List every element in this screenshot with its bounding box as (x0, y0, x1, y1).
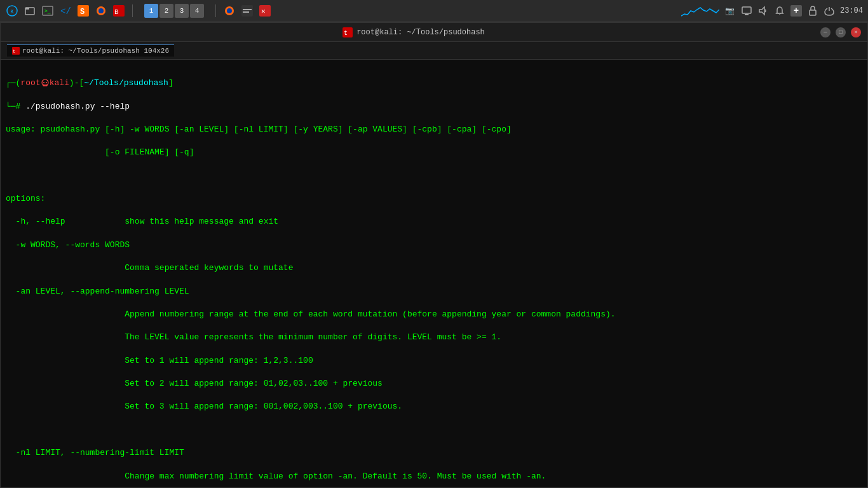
code-icon[interactable]: </> (58, 4, 72, 18)
workspace-2[interactable]: 2 (159, 4, 173, 18)
app2-icon[interactable] (240, 4, 254, 18)
terminal-app-icon: t (342, 27, 353, 37)
workspace-1[interactable]: 1 (144, 4, 158, 18)
svg-point-14 (227, 8, 232, 13)
svg-text:S: S (80, 8, 85, 17)
app3-icon[interactable]: ✕ (258, 4, 272, 18)
prompt-path-text: ~/Tools/psudohash (84, 78, 168, 88)
words-option: -w WORDS, --words WORDS (6, 240, 862, 251)
minimize-button[interactable]: ─ (820, 27, 831, 37)
svg-text:✕: ✕ (261, 8, 266, 15)
s-icon[interactable]: S (76, 4, 90, 18)
prompt-root-text: root (20, 78, 40, 88)
terminal-body[interactable]: ┌─(rootkali)-[~/Tools/psudohash] └─# ./p… (1, 60, 867, 487)
svg-rect-15 (241, 5, 253, 17)
an-desc2: The LEVEL value represents the minimum n… (6, 332, 862, 343)
time-display: 23:04 (840, 5, 863, 17)
workspace-4[interactable]: 4 (190, 4, 204, 18)
svg-rect-21 (745, 14, 749, 15)
separator (132, 4, 133, 17)
tab-1[interactable]: t root@kali: ~/Tools/psudohash 104x26 (7, 44, 174, 57)
svg-point-29 (43, 82, 44, 83)
an-desc4: Set to 2 will append range: 01,02,03..10… (6, 378, 862, 390)
words-desc: Comma seperated keywords to mutate (6, 262, 862, 274)
options-header: options: (6, 193, 862, 205)
display-icon[interactable] (741, 5, 752, 17)
prompt-hash: # (16, 102, 26, 111)
files-icon[interactable] (23, 4, 37, 18)
firefox-icon[interactable] (94, 4, 108, 18)
prompt-line-2: └─# ./psudohash.py --help (6, 101, 862, 112)
window-controls: ─ □ ✕ (820, 27, 861, 37)
svg-marker-22 (759, 7, 764, 15)
terminal-title: root@kali: ~/Tools/psudohash (356, 28, 485, 37)
svg-text:B: B (114, 8, 119, 16)
cpu-graph (681, 4, 719, 17)
svg-text:K: K (10, 9, 14, 15)
prompt-dash: ┌─ (6, 78, 16, 88)
svg-text:t: t (13, 49, 15, 54)
prompt-bracket-close: ] (168, 78, 173, 88)
nl-option: -nl LIMIT, --numbering-limit LIMIT (6, 447, 862, 459)
blank2 (6, 424, 862, 436)
an-desc3: Set to 1 will append range: 1,2,3..100 (6, 355, 862, 367)
skull-icon (41, 79, 50, 88)
an-option: -an LEVEL, --append-numbering LEVEL (6, 286, 862, 297)
svg-point-30 (46, 82, 47, 83)
red-app-icon[interactable]: B (112, 4, 126, 18)
separator2 (215, 4, 216, 17)
usage-line2: [-o FILENAME] [-q] (6, 147, 862, 158)
terminal-icon[interactable]: >_ (41, 4, 55, 18)
svg-rect-16 (243, 9, 252, 10)
terminal-tab-bar: t root@kali: ~/Tools/psudohash 104x26 (1, 42, 867, 60)
terminal-title-bar: t root@kali: ~/Tools/psudohash ─ □ ✕ (1, 23, 867, 42)
nl-desc: Change max numbering limit value of opti… (6, 471, 862, 482)
usage-line: usage: psudohash.py [-h] -w WORDS [-an L… (6, 124, 862, 135)
camera-icon[interactable]: 📷 (724, 5, 736, 17)
notification-icon[interactable] (774, 5, 785, 17)
close-button[interactable]: ✕ (851, 27, 861, 37)
workspace-3[interactable]: 3 (175, 4, 189, 18)
help-option: -h, --help show this help message and ex… (6, 216, 862, 227)
power-icon[interactable] (824, 5, 835, 17)
an-desc1: Append numbering range at the end of eac… (6, 309, 862, 320)
svg-text:</>: </> (60, 6, 71, 17)
terminal-window: t root@kali: ~/Tools/psudohash ─ □ ✕ t r… (0, 22, 868, 488)
svg-rect-17 (243, 11, 249, 13)
maximize-button[interactable]: □ (836, 27, 846, 37)
volume-icon[interactable] (757, 5, 769, 17)
tab-icon: t (12, 47, 20, 55)
tab-info: root@kali: ~/Tools/psudohash 104x26 (22, 47, 169, 55)
svg-text:t: t (344, 30, 348, 37)
lock-icon[interactable] (807, 5, 818, 17)
svg-rect-3 (25, 8, 29, 10)
svg-rect-23 (810, 10, 816, 15)
add-icon[interactable]: + (790, 5, 802, 17)
prompt-close-paren: ) (69, 78, 74, 88)
svg-point-28 (42, 79, 48, 86)
prompt-command: ./psudohash.py --help (25, 102, 130, 111)
prompt-bracket-open: -[ (74, 78, 85, 88)
firefox-2-icon[interactable] (222, 4, 236, 18)
svg-rect-20 (742, 7, 751, 13)
svg-point-10 (98, 8, 104, 13)
taskbar-icons-left: K >_ </> S (5, 4, 677, 18)
taskbar-right: 📷 + (681, 4, 863, 17)
workspace-buttons: 1 2 3 4 (144, 4, 204, 18)
prompt-host-text: kali (50, 78, 69, 88)
an-desc5: Set to 3 will append range: 001,002,003.… (6, 401, 862, 412)
kali-menu-icon[interactable]: K (5, 4, 19, 18)
prompt-dash2: └─ (6, 102, 16, 111)
taskbar: K >_ </> S (0, 0, 868, 22)
blank1 (6, 170, 862, 182)
prompt-line-1: ┌─(rootkali)-[~/Tools/psudohash] (6, 78, 862, 89)
svg-text:>_: >_ (44, 8, 51, 14)
